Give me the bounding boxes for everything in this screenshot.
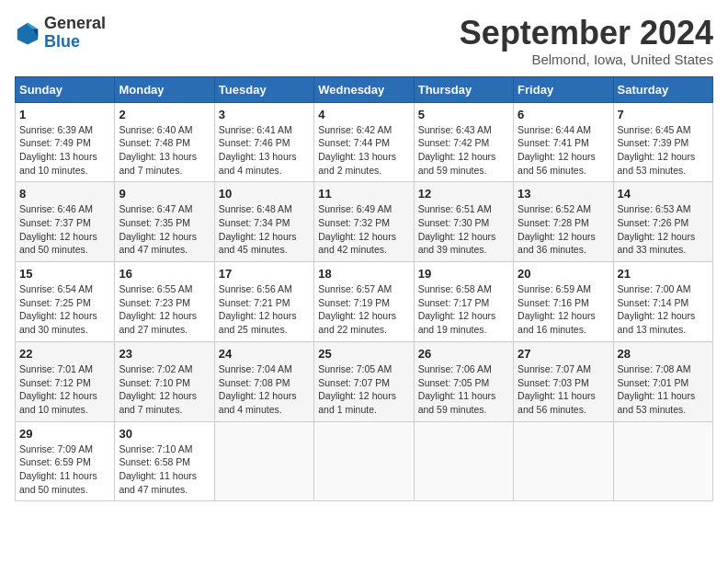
day-number: 12: [418, 187, 509, 201]
calendar-cell: [414, 421, 513, 501]
calendar-week-3: 15Sunrise: 6:54 AMSunset: 7:25 PMDayligh…: [16, 262, 713, 342]
day-content: Sunrise: 7:02 AMSunset: 7:10 PMDaylight:…: [119, 362, 210, 417]
calendar-header-row: SundayMondayTuesdayWednesdayThursdayFrid…: [16, 76, 713, 102]
day-content: Sunrise: 7:09 AMSunset: 6:59 PMDaylight:…: [19, 442, 110, 497]
calendar-cell: 4Sunrise: 6:42 AMSunset: 7:44 PMDaylight…: [314, 102, 414, 182]
calendar-cell: 21Sunrise: 7:00 AMSunset: 7:14 PMDayligh…: [613, 262, 712, 342]
day-content: Sunrise: 7:06 AMSunset: 7:05 PMDaylight:…: [418, 362, 509, 417]
day-number: 21: [618, 267, 709, 281]
day-number: 11: [318, 187, 409, 201]
calendar-cell: 22Sunrise: 7:01 AMSunset: 7:12 PMDayligh…: [16, 341, 115, 421]
weekday-header-monday: Monday: [115, 76, 214, 102]
calendar-cell: 13Sunrise: 6:52 AMSunset: 7:28 PMDayligh…: [514, 182, 613, 262]
calendar-cell: 12Sunrise: 6:51 AMSunset: 7:30 PMDayligh…: [414, 182, 513, 262]
calendar-cell: 6Sunrise: 6:44 AMSunset: 7:41 PMDaylight…: [514, 102, 613, 182]
weekday-header-friday: Friday: [514, 76, 613, 102]
day-content: Sunrise: 6:55 AMSunset: 7:23 PMDaylight:…: [119, 282, 210, 337]
day-content: Sunrise: 6:39 AMSunset: 7:49 PMDaylight:…: [19, 123, 110, 178]
calendar-cell: 9Sunrise: 6:47 AMSunset: 7:35 PMDaylight…: [115, 182, 214, 262]
day-number: 20: [518, 267, 609, 281]
day-content: Sunrise: 6:40 AMSunset: 7:48 PMDaylight:…: [119, 123, 210, 178]
day-number: 28: [618, 347, 709, 361]
day-number: 8: [19, 187, 110, 201]
day-content: Sunrise: 6:41 AMSunset: 7:46 PMDaylight:…: [219, 123, 310, 178]
calendar-cell: 5Sunrise: 6:43 AMSunset: 7:42 PMDaylight…: [414, 102, 513, 182]
calendar-cell: 16Sunrise: 6:55 AMSunset: 7:23 PMDayligh…: [115, 262, 214, 342]
calendar-week-2: 8Sunrise: 6:46 AMSunset: 7:37 PMDaylight…: [16, 182, 713, 262]
calendar-week-4: 22Sunrise: 7:01 AMSunset: 7:12 PMDayligh…: [16, 341, 713, 421]
calendar-table: SundayMondayTuesdayWednesdayThursdayFrid…: [15, 76, 713, 502]
day-number: 26: [418, 347, 509, 361]
calendar-cell: 20Sunrise: 6:59 AMSunset: 7:16 PMDayligh…: [514, 262, 613, 342]
weekday-header-saturday: Saturday: [613, 76, 712, 102]
logo-icon: [15, 20, 40, 46]
calendar-cell: 8Sunrise: 6:46 AMSunset: 7:37 PMDaylight…: [16, 182, 115, 262]
title-block: September 2024 Belmond, Iowa, United Sta…: [460, 15, 713, 67]
day-number: 24: [219, 347, 310, 361]
day-number: 22: [19, 347, 110, 361]
day-number: 14: [618, 187, 709, 201]
calendar-cell: 24Sunrise: 7:04 AMSunset: 7:08 PMDayligh…: [214, 341, 313, 421]
logo-general-text: General: [44, 15, 106, 33]
day-number: 9: [119, 187, 210, 201]
calendar-cell: 3Sunrise: 6:41 AMSunset: 7:46 PMDaylight…: [214, 102, 313, 182]
weekday-header-sunday: Sunday: [16, 76, 115, 102]
calendar-cell: 25Sunrise: 7:05 AMSunset: 7:07 PMDayligh…: [314, 341, 414, 421]
day-number: 5: [418, 108, 509, 121]
calendar-week-1: 1Sunrise: 6:39 AMSunset: 7:49 PMDaylight…: [16, 102, 713, 182]
day-number: 16: [119, 267, 210, 281]
day-number: 4: [318, 108, 409, 121]
day-content: Sunrise: 6:49 AMSunset: 7:32 PMDaylight:…: [318, 202, 409, 257]
day-content: Sunrise: 6:54 AMSunset: 7:25 PMDaylight:…: [19, 282, 110, 337]
day-content: Sunrise: 6:53 AMSunset: 7:26 PMDaylight:…: [618, 202, 709, 257]
day-content: Sunrise: 6:51 AMSunset: 7:30 PMDaylight:…: [418, 202, 509, 257]
calendar-cell: 27Sunrise: 7:07 AMSunset: 7:03 PMDayligh…: [514, 341, 613, 421]
day-content: Sunrise: 6:42 AMSunset: 7:44 PMDaylight:…: [318, 123, 409, 178]
day-content: Sunrise: 6:56 AMSunset: 7:21 PMDaylight:…: [219, 282, 310, 337]
logo-text: General Blue: [44, 15, 106, 52]
logo-blue-text: Blue: [44, 33, 106, 52]
location-text: Belmond, Iowa, United States: [460, 52, 713, 67]
day-content: Sunrise: 6:59 AMSunset: 7:16 PMDaylight:…: [518, 282, 609, 337]
day-number: 30: [119, 427, 210, 441]
day-number: 3: [219, 108, 310, 121]
calendar-cell: 26Sunrise: 7:06 AMSunset: 7:05 PMDayligh…: [414, 341, 513, 421]
svg-marker-0: [17, 23, 38, 45]
day-number: 10: [219, 187, 310, 201]
calendar-cell: 7Sunrise: 6:45 AMSunset: 7:39 PMDaylight…: [613, 102, 712, 182]
day-content: Sunrise: 7:00 AMSunset: 7:14 PMDaylight:…: [618, 282, 709, 337]
day-number: 23: [119, 347, 210, 361]
day-number: 27: [518, 347, 609, 361]
calendar-cell: 11Sunrise: 6:49 AMSunset: 7:32 PMDayligh…: [314, 182, 414, 262]
day-number: 25: [318, 347, 409, 361]
day-number: 18: [318, 267, 409, 281]
day-content: Sunrise: 6:44 AMSunset: 7:41 PMDaylight:…: [518, 123, 609, 178]
calendar-cell: 17Sunrise: 6:56 AMSunset: 7:21 PMDayligh…: [214, 262, 313, 342]
day-content: Sunrise: 6:48 AMSunset: 7:34 PMDaylight:…: [219, 202, 310, 257]
weekday-header-thursday: Thursday: [414, 76, 513, 102]
day-content: Sunrise: 6:57 AMSunset: 7:19 PMDaylight:…: [318, 282, 409, 337]
weekday-header-wednesday: Wednesday: [314, 76, 414, 102]
calendar-cell: 23Sunrise: 7:02 AMSunset: 7:10 PMDayligh…: [115, 341, 214, 421]
calendar-cell: 2Sunrise: 6:40 AMSunset: 7:48 PMDaylight…: [115, 102, 214, 182]
day-number: 2: [119, 108, 210, 121]
calendar-cell: [514, 421, 613, 501]
calendar-cell: 19Sunrise: 6:58 AMSunset: 7:17 PMDayligh…: [414, 262, 513, 342]
day-content: Sunrise: 6:46 AMSunset: 7:37 PMDaylight:…: [19, 202, 110, 257]
day-number: 6: [518, 108, 609, 121]
calendar-cell: [314, 421, 414, 501]
calendar-cell: 10Sunrise: 6:48 AMSunset: 7:34 PMDayligh…: [214, 182, 313, 262]
calendar-cell: 1Sunrise: 6:39 AMSunset: 7:49 PMDaylight…: [16, 102, 115, 182]
day-content: Sunrise: 7:10 AMSunset: 6:58 PMDaylight:…: [119, 442, 210, 497]
calendar-cell: 28Sunrise: 7:08 AMSunset: 7:01 PMDayligh…: [613, 341, 712, 421]
day-content: Sunrise: 7:01 AMSunset: 7:12 PMDaylight:…: [19, 362, 110, 417]
logo: General Blue: [15, 15, 106, 52]
day-content: Sunrise: 6:45 AMSunset: 7:39 PMDaylight:…: [618, 123, 709, 178]
page-header: General Blue September 2024 Belmond, Iow…: [15, 15, 713, 67]
day-content: Sunrise: 6:43 AMSunset: 7:42 PMDaylight:…: [418, 123, 509, 178]
day-content: Sunrise: 7:07 AMSunset: 7:03 PMDaylight:…: [518, 362, 609, 417]
day-number: 19: [418, 267, 509, 281]
calendar-cell: [613, 421, 712, 501]
day-content: Sunrise: 6:47 AMSunset: 7:35 PMDaylight:…: [119, 202, 210, 257]
day-content: Sunrise: 7:05 AMSunset: 7:07 PMDaylight:…: [318, 362, 409, 417]
